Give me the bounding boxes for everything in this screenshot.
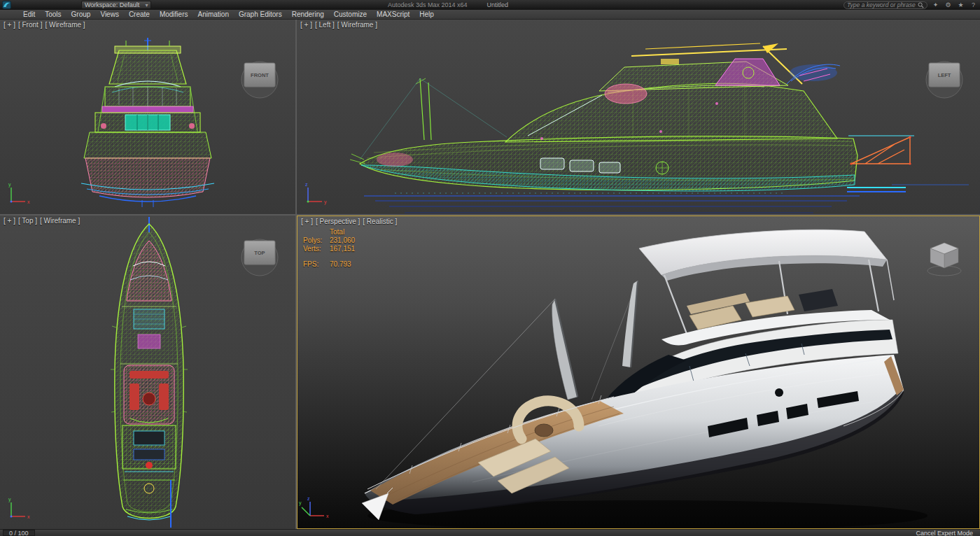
stats-verts-value: 167,151 xyxy=(330,245,355,253)
svg-text:y: y xyxy=(8,497,11,502)
favorites-icon[interactable]: ★ xyxy=(956,1,965,9)
stats-total-label: Total xyxy=(330,228,344,237)
viewcube[interactable]: TOP xyxy=(241,239,278,276)
menu-create[interactable]: Create xyxy=(124,10,155,20)
svg-text:TOP: TOP xyxy=(254,250,265,256)
axis-tripod: x z y xyxy=(299,496,329,519)
help-icon[interactable]: ? xyxy=(969,1,978,9)
titlebar: Workspace: Default ▾ Autodesk 3ds Max 20… xyxy=(0,0,980,10)
viewport-area: [ + ] [ Front ] [ Wireframe ] xyxy=(0,20,980,529)
front-wireframe-render: FRONT x y xyxy=(0,20,295,214)
frame-counter: 0 / 100 xyxy=(3,530,35,536)
viewport-menu-general[interactable]: [ + ] xyxy=(300,21,312,29)
statusbar: 0 / 100 Cancel Expert Mode xyxy=(0,529,980,536)
menu-group[interactable]: Group xyxy=(66,10,96,20)
viewport-menu-pov[interactable]: [ Left ] xyxy=(315,21,335,29)
viewport-front-label: [ + ] [ Front ] [ Wireframe ] xyxy=(4,21,85,29)
stats-polys-value: 231,060 xyxy=(330,237,355,245)
communication-center-icon[interactable]: ⚙ xyxy=(944,1,953,9)
document-title: Untitled xyxy=(487,1,509,8)
viewport-perspective[interactable]: [ + ] [ Perspective ] [ Realistic ] Tota… xyxy=(297,216,980,529)
menu-maxscript[interactable]: MAXScript xyxy=(372,10,414,20)
viewport-menu-general[interactable]: [ + ] xyxy=(4,21,15,29)
app-title: Autodesk 3ds Max 2014 x64 xyxy=(388,1,468,8)
menu-modifiers[interactable]: Modifiers xyxy=(155,10,193,20)
cancel-expert-mode-button[interactable]: Cancel Expert Mode xyxy=(911,530,977,536)
top-wireframe-render: TOP x y xyxy=(0,216,295,529)
perspective-render: x z y xyxy=(298,216,979,528)
menu-edit[interactable]: Edit xyxy=(18,10,40,20)
viewport-left-label: [ + ] [ Left ] [ Wireframe ] xyxy=(300,21,377,29)
menu-help[interactable]: Help xyxy=(414,10,439,20)
viewport-menu-general[interactable]: [ + ] xyxy=(301,218,313,225)
svg-text:y: y xyxy=(299,500,302,506)
viewport-statistics: Total Polys:231,060 Verts:167,151 FPS:70… xyxy=(303,228,355,269)
viewport-menu-shading[interactable]: [ Realistic ] xyxy=(363,218,397,225)
stats-polys-label: Polys: xyxy=(303,237,330,245)
workspace-label: Workspace: Default xyxy=(85,1,139,8)
viewcube[interactable] xyxy=(927,243,961,276)
exchange-apps-icon[interactable]: ✦ xyxy=(931,1,940,9)
search-icon[interactable] xyxy=(918,2,924,8)
svg-text:x: x xyxy=(326,514,329,519)
viewcube[interactable]: FRONT xyxy=(241,62,278,98)
axis-tripod: x y xyxy=(8,497,30,519)
workspace-selector[interactable]: Workspace: Default ▾ xyxy=(81,1,151,9)
search-input[interactable] xyxy=(847,1,916,8)
viewport-top-label: [ + ] [ Top ] [ Wireframe ] xyxy=(4,217,80,225)
svg-text:z: z xyxy=(307,496,310,501)
viewport-menu-pov[interactable]: [ Front ] xyxy=(18,21,42,29)
svg-text:y: y xyxy=(324,199,327,205)
svg-text:FRONT: FRONT xyxy=(251,72,269,78)
left-wireframe-render: LEFT y z xyxy=(297,20,980,214)
viewport-menu-shading[interactable]: [ Wireframe ] xyxy=(337,21,377,29)
axis-tripod: x y xyxy=(8,182,30,204)
menu-graph-editors[interactable]: Graph Editors xyxy=(234,10,287,20)
menu-customize[interactable]: Customize xyxy=(329,10,372,20)
viewport-top[interactable]: [ + ] [ Top ] [ Wireframe ] xyxy=(0,216,295,529)
window-title: Autodesk 3ds Max 2014 x64 Untitled xyxy=(301,1,595,8)
3ds-max-window: Workspace: Default ▾ Autodesk 3ds Max 20… xyxy=(0,0,980,536)
svg-text:z: z xyxy=(305,182,308,187)
svg-text:LEFT: LEFT xyxy=(938,72,951,78)
menu-tools[interactable]: Tools xyxy=(40,10,66,20)
infocenter: ✦ ⚙ ★ ? xyxy=(844,1,978,9)
menu-views[interactable]: Views xyxy=(95,10,124,20)
menu-animation[interactable]: Animation xyxy=(192,10,233,20)
svg-text:x: x xyxy=(27,514,30,519)
stats-fps-label: FPS: xyxy=(303,260,330,269)
viewport-left[interactable]: [ + ] [ Left ] [ Wireframe ] xyxy=(297,20,980,214)
stats-fps-value: 70.793 xyxy=(330,260,351,269)
chevron-down-icon: ▾ xyxy=(145,2,148,8)
svg-text:x: x xyxy=(27,199,30,204)
menu-rendering[interactable]: Rendering xyxy=(287,10,329,20)
viewport-menu-shading[interactable]: [ Wireframe ] xyxy=(40,217,80,225)
viewport-menu-general[interactable]: [ + ] xyxy=(4,217,15,225)
viewport-menu-pov[interactable]: [ Perspective ] xyxy=(316,218,360,225)
viewport-perspective-label: [ + ] [ Perspective ] [ Realistic ] xyxy=(301,218,397,225)
viewport-menu-shading[interactable]: [ Wireframe ] xyxy=(45,21,85,29)
svg-text:y: y xyxy=(8,182,11,188)
viewcube[interactable]: LEFT xyxy=(926,62,962,98)
menubar: Edit Tools Group Views Create Modifiers … xyxy=(0,10,980,20)
stats-verts-label: Verts: xyxy=(303,245,330,253)
viewport-front[interactable]: [ + ] [ Front ] [ Wireframe ] xyxy=(0,20,295,214)
infocenter-search xyxy=(844,1,927,9)
axis-tripod: y z xyxy=(305,182,327,205)
app-menu-icon[interactable] xyxy=(2,1,11,9)
viewport-menu-pov[interactable]: [ Top ] xyxy=(18,217,37,225)
